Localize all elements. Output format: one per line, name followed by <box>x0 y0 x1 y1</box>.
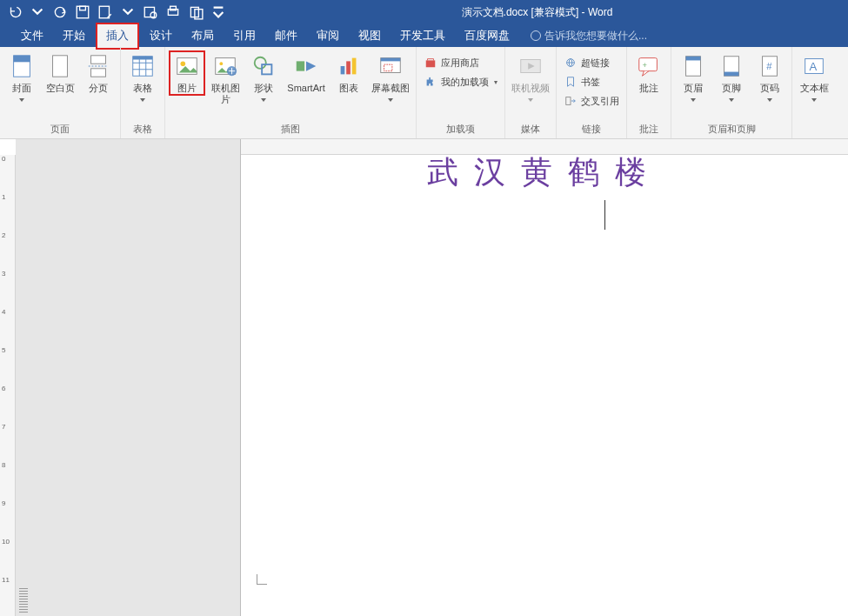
bulb-icon <box>531 30 541 41</box>
group-text: A 文本框 <box>792 47 836 138</box>
tab-references[interactable]: 引用 <box>224 24 264 48</box>
qat-more-dropdown[interactable] <box>210 4 226 20</box>
group-hf-label: 页眉和页脚 <box>671 121 791 138</box>
svg-rect-2 <box>80 6 86 10</box>
document-heading[interactable]: 武汉黄鹤楼 <box>427 151 662 194</box>
svg-text:+: + <box>643 61 647 70</box>
bookmark-button[interactable]: 书签 <box>560 73 623 90</box>
ruler-tick: 5 <box>2 346 14 354</box>
page-break-icon <box>84 52 112 80</box>
blank-page-icon <box>46 52 74 80</box>
my-addins-button[interactable]: 我的加载项 ▾ <box>420 73 501 90</box>
tab-view[interactable]: 视图 <box>350 24 390 48</box>
svg-rect-45 <box>686 57 701 61</box>
footer-button[interactable]: 页脚 <box>713 50 750 104</box>
group-comment-label: 批注 <box>627 121 671 138</box>
tab-mailings[interactable]: 邮件 <box>266 24 306 48</box>
group-table: 表格 表格 <box>121 47 165 138</box>
svg-rect-31 <box>346 61 351 74</box>
smartart-button[interactable]: SmartArt <box>284 50 329 96</box>
video-icon <box>517 52 544 80</box>
group-addin-label: 加载项 <box>417 121 504 138</box>
svg-rect-3 <box>99 6 109 18</box>
svg-text:A: A <box>809 60 817 73</box>
group-table-label: 表格 <box>121 121 164 138</box>
crossref-icon <box>564 94 578 108</box>
document-page[interactable]: 武汉黄鹤楼 <box>241 139 848 616</box>
ruler-tick: 8 <box>2 461 14 469</box>
undo-button[interactable] <box>7 4 23 20</box>
print-button[interactable] <box>165 4 181 20</box>
ruler-tick: 6 <box>2 385 14 392</box>
save-as-button[interactable] <box>97 4 113 20</box>
ruler-tick: 11 <box>2 576 14 584</box>
screenshot-button[interactable]: 屏幕截图 <box>369 50 412 104</box>
workspace: 0123456789101112 武汉黄鹤楼 <box>0 139 848 616</box>
tab-home[interactable]: 开始 <box>54 24 94 48</box>
group-media-label: 媒体 <box>505 121 556 138</box>
svg-rect-30 <box>341 66 345 74</box>
ruler-tick: 10 <box>2 538 14 546</box>
table-button[interactable]: 表格 <box>124 50 161 104</box>
dropdown-icon: ▾ <box>494 78 497 86</box>
svg-text:#: # <box>766 61 772 71</box>
save-as-dropdown[interactable] <box>120 4 136 20</box>
online-picture-button[interactable]: 联机图片 <box>207 50 244 107</box>
redo-button[interactable] <box>52 4 68 20</box>
tab-layout[interactable]: 布局 <box>183 24 223 48</box>
paste-button[interactable] <box>188 4 204 20</box>
tab-baidu[interactable]: 百度网盘 <box>456 24 518 48</box>
picture-icon <box>173 52 201 80</box>
tab-insert[interactable]: 插入 <box>96 23 139 50</box>
svg-point-23 <box>181 61 186 66</box>
page-number-button[interactable]: # 页码 <box>751 50 788 104</box>
header-button[interactable]: 页眉 <box>675 50 711 104</box>
hyperlink-button[interactable]: 超链接 <box>560 54 623 71</box>
textbox-button[interactable]: A 文本框 <box>796 50 832 104</box>
ruler-tick: 2 <box>2 231 14 239</box>
tab-developer[interactable]: 开发工具 <box>391 24 454 48</box>
tell-me-search[interactable]: 告诉我您想要做什么... <box>531 29 647 44</box>
comment-button[interactable]: + 批注 <box>631 50 667 96</box>
online-video-button[interactable]: 联机视频 <box>509 50 552 104</box>
comment-icon: + <box>635 52 663 80</box>
ruler-tick: 1 <box>2 193 14 201</box>
preview-button[interactable] <box>143 4 158 20</box>
text-cursor <box>604 200 605 230</box>
window-title: 演示文档.docx [兼容模式] - Word <box>226 5 848 20</box>
page-break-button[interactable]: 分页 <box>80 50 117 96</box>
textbox-icon: A <box>800 52 828 80</box>
ruler-tick: 3 <box>2 270 14 278</box>
ribbon-tabs: 文件 开始 插入 设计 布局 引用 邮件 审阅 视图 开发工具 百度网盘 告诉我… <box>0 24 848 47</box>
screenshot-icon <box>377 52 404 80</box>
ruler-tick: 7 <box>2 423 14 431</box>
ribbon: 封面 空白页 分页 页面 表格 表格 图片 <box>0 47 848 139</box>
picture-button[interactable]: 图片 <box>169 50 205 96</box>
title-bar: 演示文档.docx [兼容模式] - Word <box>0 0 848 24</box>
chart-button[interactable]: 图表 <box>331 50 367 96</box>
ruler-tick: 4 <box>2 308 14 316</box>
group-header-footer: 页眉 页脚 # 页码 页眉和页脚 <box>671 47 792 138</box>
cover-page-button[interactable]: 封面 <box>3 50 40 104</box>
blank-page-button[interactable]: 空白页 <box>42 50 78 96</box>
tab-file[interactable]: 文件 <box>12 24 52 48</box>
shapes-button[interactable]: 形状 <box>245 50 282 104</box>
group-page: 封面 空白页 分页 页面 <box>0 47 121 138</box>
group-link-label: 链接 <box>557 121 626 138</box>
footer-icon <box>718 52 745 80</box>
split-grip[interactable] <box>19 586 28 613</box>
svg-rect-47 <box>724 72 739 77</box>
store-button[interactable]: 应用商店 <box>420 54 501 71</box>
svg-point-27 <box>255 57 266 69</box>
undo-dropdown[interactable] <box>30 4 45 20</box>
crossref-button[interactable]: 交叉引用 <box>560 92 623 110</box>
shapes-icon <box>250 52 277 80</box>
group-illus-label: 插图 <box>165 121 416 138</box>
tab-design[interactable]: 设计 <box>141 24 181 48</box>
vertical-ruler[interactable]: 0123456789101112 <box>0 155 16 616</box>
svg-rect-29 <box>297 61 304 70</box>
chart-icon <box>335 52 363 80</box>
tab-review[interactable]: 审阅 <box>308 24 348 48</box>
save-button[interactable] <box>75 4 90 20</box>
ruler-tick: 0 <box>2 155 14 163</box>
